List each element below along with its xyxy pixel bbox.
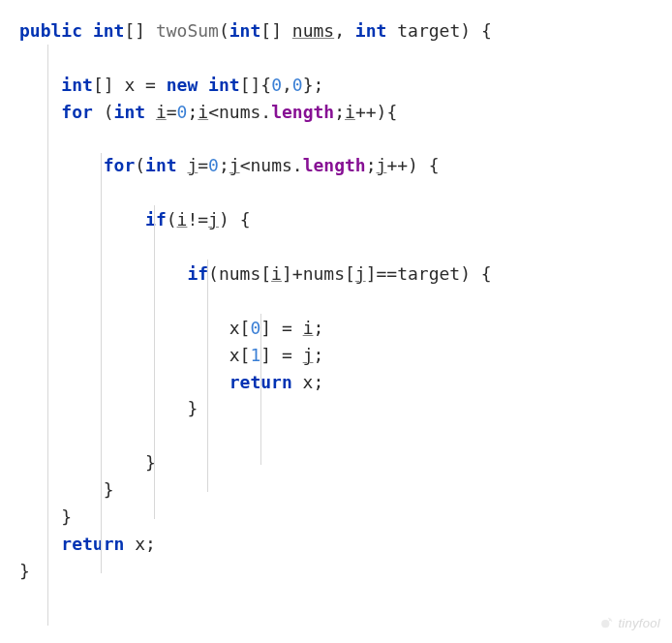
watermark: tinyfool (600, 614, 660, 633)
param-target: target (397, 20, 460, 41)
code-block: public int[] twoSum(int[] nums, int targ… (19, 17, 662, 585)
param-nums: nums (292, 20, 334, 41)
keyword-int: int (93, 20, 125, 41)
weibo-icon (600, 616, 614, 630)
keyword-public: public (19, 20, 82, 41)
keyword-if: if (145, 209, 167, 230)
property-length: length (271, 102, 334, 122)
keyword-for: for (61, 102, 93, 122)
svg-point-0 (602, 620, 610, 628)
watermark-text: tinyfool (618, 616, 660, 630)
code-content: public int[] twoSum(int[] nums, int targ… (19, 17, 662, 585)
method-name: twoSum (156, 20, 219, 41)
